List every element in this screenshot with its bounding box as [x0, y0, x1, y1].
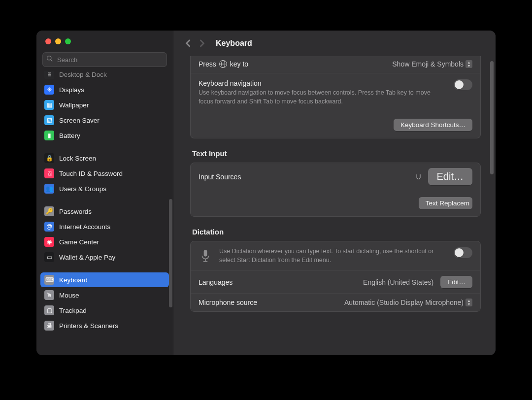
text-input-panel: Input Sources U Edit… Text Replacem — [190, 163, 481, 217]
sidebar-item-passwords[interactable]: 🔑Passwords — [40, 204, 169, 219]
dictation-title: Dictation — [192, 228, 481, 236]
sidebar-item-keyboard[interactable]: ⌨Keyboard — [40, 272, 169, 287]
sidebar-item-touch-id-password[interactable]: ⌼Touch ID & Password — [40, 166, 169, 181]
press-key-suffix: key to — [230, 60, 248, 68]
input-sources-value: U — [416, 173, 421, 181]
sidebar-item-label: Mouse — [59, 292, 79, 299]
input-sources-label: Input Sources — [199, 173, 409, 181]
sidebar-item-label: Trackpad — [59, 307, 87, 314]
keyboard-navigation-label: Keyboard navigation — [199, 79, 447, 87]
minimize-button[interactable] — [55, 38, 61, 44]
microphone-icon — [199, 247, 212, 264]
battery-icon: ▮ — [44, 131, 54, 140]
passwords-icon: 🔑 — [44, 206, 54, 216]
desktop-dock-icon: 🖥 — [44, 71, 54, 79]
content-scrollbar[interactable] — [490, 61, 494, 174]
page-title: Keyboard — [216, 39, 252, 48]
sidebar-item-label: Passwords — [59, 208, 92, 215]
press-key-prefix: Press — [199, 60, 216, 68]
text-replacements-button[interactable]: Text Replacem — [419, 197, 472, 209]
press-key-popup[interactable]: Show Emoji & Symbols ▲▼ — [392, 60, 472, 68]
close-button[interactable] — [45, 38, 51, 44]
sidebar-item-screen-saver[interactable]: ▧Screen Saver — [40, 113, 169, 128]
sidebar-item-label: Lock Screen — [59, 155, 96, 162]
sidebar-item-label: Displays — [59, 86, 84, 94]
search-icon — [46, 55, 53, 64]
dictation-toggle[interactable] — [454, 247, 472, 258]
svg-rect-1 — [205, 259, 206, 261]
sidebar: 🖥Desktop & Dock☀Displays▦Wallpaper▧Scree… — [36, 31, 173, 355]
microphone-source-row: Microphone source Automatic (Studio Disp… — [191, 293, 480, 311]
dictation-languages-row: Languages English (United States) Edit… — [191, 270, 480, 293]
sidebar-item-label: Wallet & Apple Pay — [59, 254, 115, 261]
press-key-value: Show Emoji & Symbols — [392, 60, 464, 68]
microphone-source-popup[interactable]: Automatic (Studio Display Microphone) ▲▼ — [344, 299, 472, 306]
search-field[interactable] — [42, 52, 167, 67]
keyboard-navigation-desc: Use keyboard navigation to move focus be… — [199, 89, 435, 106]
sidebar-item-label: Internet Accounts — [59, 223, 110, 231]
screen-saver-icon: ▧ — [44, 115, 54, 125]
sidebar-item-label: Screen Saver — [59, 117, 100, 124]
sidebar-item-label: Keyboard — [59, 276, 88, 284]
sidebar-item-printers-scanners[interactable]: 🖶Printers & Scanners — [40, 318, 169, 333]
dictation-panel: Use Dictation wherever you can type text… — [190, 241, 481, 312]
dictation-row: Use Dictation wherever you can type text… — [191, 241, 480, 270]
chevron-up-down-icon: ▲▼ — [466, 299, 472, 306]
touch-id-password-icon: ⌼ — [44, 168, 54, 178]
content-pane: Keyboard Press key to Show Emoji & Symbo… — [173, 31, 496, 355]
microphone-source-label: Microphone source — [199, 299, 337, 306]
toolbar: Keyboard — [173, 31, 496, 56]
back-button[interactable] — [182, 36, 194, 50]
input-sources-row: Input Sources U Edit… — [191, 163, 480, 190]
sidebar-item-label: Game Center — [59, 238, 99, 246]
sidebar-item-trackpad[interactable]: ▢Trackpad — [40, 303, 169, 318]
sidebar-item-wallet-apple-pay[interactable]: ▭Wallet & Apple Pay — [40, 250, 169, 265]
sidebar-item-label: Battery — [59, 132, 80, 139]
dictation-languages-edit-button[interactable]: Edit… — [440, 276, 472, 288]
keyboard-shortcuts-row: Keyboard Shortcuts… — [191, 112, 480, 138]
sidebar-item-game-center[interactable]: ◉Game Center — [40, 234, 169, 249]
wallet-apple-pay-icon: ▭ — [44, 252, 54, 262]
displays-icon: ☀ — [44, 85, 54, 95]
lock-screen-icon: 🔒 — [44, 153, 54, 163]
zoom-button[interactable] — [65, 38, 71, 44]
wallpaper-icon: ▦ — [44, 100, 54, 110]
sidebar-item-users-groups[interactable]: 👥Users & Groups — [40, 181, 169, 196]
sidebar-item-label: Printers & Scanners — [59, 322, 118, 330]
input-sources-edit-button[interactable]: Edit… — [428, 168, 472, 185]
chevron-up-down-icon: ▲▼ — [466, 60, 472, 68]
microphone-source-value: Automatic (Studio Display Microphone) — [344, 299, 464, 306]
keyboard-navigation-toggle[interactable] — [454, 79, 472, 90]
internet-accounts-icon: @ — [44, 222, 54, 232]
system-settings-window: 🖥Desktop & Dock☀Displays▦Wallpaper▧Scree… — [36, 31, 496, 355]
sidebar-item-label: Wallpaper — [59, 101, 89, 109]
dictation-desc: Use Dictation wherever you can type text… — [219, 247, 447, 265]
game-center-icon: ◉ — [44, 237, 54, 247]
sidebar-item-label: Users & Groups — [59, 185, 106, 193]
sidebar-item-label: Desktop & Dock — [59, 71, 107, 78]
sidebar-item-mouse[interactable]: 🖱Mouse — [40, 288, 169, 302]
keyboard-icon: ⌨ — [44, 275, 54, 285]
sidebar-scrollbar[interactable] — [169, 199, 172, 307]
sidebar-item-displays[interactable]: ☀Displays — [40, 82, 169, 97]
mouse-icon: 🖱 — [44, 290, 54, 300]
sidebar-list: 🖥Desktop & Dock☀Displays▦Wallpaper▧Scree… — [36, 71, 173, 355]
sidebar-item-label: Touch ID & Password — [59, 170, 123, 177]
search-input[interactable] — [56, 56, 163, 64]
sidebar-item-desktop-dock[interactable]: 🖥Desktop & Dock — [40, 71, 169, 82]
trackpad-icon: ▢ — [44, 305, 54, 315]
sidebar-item-wallpaper[interactable]: ▦Wallpaper — [40, 98, 169, 112]
sidebar-item-internet-accounts[interactable]: @Internet Accounts — [40, 219, 169, 234]
svg-rect-0 — [204, 250, 207, 256]
keyboard-shortcuts-button[interactable]: Keyboard Shortcuts… — [394, 119, 472, 131]
sidebar-item-lock-screen[interactable]: 🔒Lock Screen — [40, 151, 169, 166]
traffic-lights — [36, 31, 173, 50]
dictation-languages-value: English (United States) — [363, 278, 433, 286]
press-key-row: Press key to Show Emoji & Symbols ▲▼ — [191, 56, 480, 73]
printers-scanners-icon: 🖶 — [44, 321, 54, 331]
sidebar-item-battery[interactable]: ▮Battery — [40, 128, 169, 143]
text-input-title: Text Input — [192, 149, 481, 158]
svg-rect-2 — [203, 261, 207, 262]
keyboard-navigation-row: Keyboard navigation Use keyboard navigat… — [191, 73, 480, 112]
forward-button[interactable] — [196, 36, 208, 50]
